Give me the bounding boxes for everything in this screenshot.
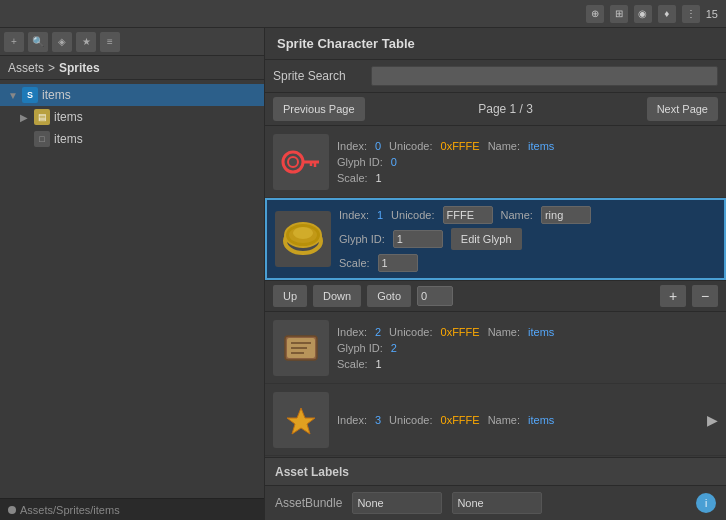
sprite-info-1: Index: 1 Unicode: Name: Glyph ID: Edit G…: [339, 206, 716, 272]
unicode-input-1[interactable]: [443, 206, 493, 224]
asset-bundle-label: AssetBundle: [275, 496, 342, 510]
sprite-info-row-scale-2: Scale: 1: [337, 358, 718, 370]
ring-icon: [279, 215, 327, 263]
expand-arrow: ▼: [8, 90, 18, 101]
pagination-row: Previous Page Page 1 / 3 Next Page: [265, 93, 726, 126]
folder-icon: ▤: [34, 109, 50, 125]
asset-labels-row: AssetBundle None None i: [265, 486, 726, 520]
svg-point-8: [293, 227, 313, 239]
asset-bundle-dropdown[interactable]: None: [352, 492, 442, 514]
sprite-info-2: Index: 2 Unicode: 0xFFFE Name: items Gly…: [337, 326, 718, 370]
file-icon: □: [34, 131, 50, 147]
tree-item-items-folder[interactable]: ▶ ▤ items: [0, 106, 264, 128]
sprite-thumb-2: [273, 320, 329, 376]
add-sprite-button[interactable]: +: [660, 285, 686, 307]
goto-input[interactable]: [417, 286, 453, 306]
panel-title: Sprite Character Table: [265, 28, 726, 60]
bottom-path: Assets/Sprites/items: [20, 504, 120, 516]
breadcrumb: Assets > Sprites: [0, 56, 264, 80]
svg-point-1: [288, 157, 298, 167]
toolbar-icon-4[interactable]: ♦: [658, 5, 676, 23]
search-input[interactable]: [371, 66, 718, 86]
sprite-info-row-scale-1: Scale:: [339, 254, 716, 272]
sprite-info-0: Index: 0 Unicode: 0xFFFE Name: items Gly…: [337, 140, 718, 184]
main-layout: + 🔍 ◈ ★ ≡ Assets > Sprites ▼ S items ▶ ▤…: [0, 28, 726, 520]
asset-labels-title: Asset Labels: [265, 458, 726, 486]
layer-icon[interactable]: ≡: [100, 32, 120, 52]
sprite-list: Index: 0 Unicode: 0xFFFE Name: items Gly…: [265, 126, 726, 457]
expand-arrow-3: [20, 134, 30, 145]
remove-sprite-button[interactable]: −: [692, 285, 718, 307]
tree-item-label: items: [42, 88, 71, 102]
asset-bundle-dropdown-2[interactable]: None: [452, 492, 542, 514]
svg-marker-14: [287, 408, 315, 434]
tag-icon[interactable]: ◈: [52, 32, 72, 52]
add-icon[interactable]: +: [4, 32, 24, 52]
unknown-icon: [285, 404, 317, 436]
sprite-info-row-glyph-2: Glyph ID: 2: [337, 342, 718, 354]
tree-item-items-file[interactable]: □ items: [0, 128, 264, 150]
name-input-1[interactable]: [541, 206, 591, 224]
toolbar-icon-2[interactable]: ⊞: [610, 5, 628, 23]
status-dot: [8, 506, 16, 514]
left-panel: + 🔍 ◈ ★ ≡ Assets > Sprites ▼ S items ▶ ▤…: [0, 28, 265, 520]
edit-glyph-button[interactable]: Edit Glyph: [451, 228, 522, 250]
scale-input-1[interactable]: [378, 254, 418, 272]
sprite-thumb-3: [273, 392, 329, 448]
search-label: Sprite Search: [273, 69, 363, 83]
page-info: Page 1 / 3: [371, 102, 641, 116]
scroll-right-icon[interactable]: ▶: [707, 412, 718, 428]
right-panel: Sprite Character Table Sprite Search Pre…: [265, 28, 726, 520]
search-row: Sprite Search: [265, 60, 726, 93]
expand-arrow-2: ▶: [20, 112, 30, 123]
key-icon: [279, 140, 323, 184]
asset-labels-title-text: Asset Labels: [275, 465, 349, 479]
down-button[interactable]: Down: [313, 285, 361, 307]
sprite-row-3[interactable]: Index: 3 Unicode: 0xFFFE Name: items ▶: [265, 384, 726, 456]
star-icon[interactable]: ★: [76, 32, 96, 52]
panel-title-text: Sprite Character Table: [277, 36, 415, 51]
goto-button[interactable]: Goto: [367, 285, 411, 307]
sprite-info-row-glyph-0: Glyph ID: 0: [337, 156, 718, 168]
sprite-thumb-1: [275, 211, 331, 267]
sprite-info-row-index-2: Index: 2 Unicode: 0xFFFE Name: items: [337, 326, 718, 338]
bottom-status-bar: Assets/Sprites/items: [0, 498, 264, 520]
sprite-row-2[interactable]: Index: 2 Unicode: 0xFFFE Name: items Gly…: [265, 312, 726, 384]
sprite-info-3: Index: 3 Unicode: 0xFFFE Name: items: [337, 414, 699, 426]
svg-point-0: [283, 152, 303, 172]
toolbar-icon-1[interactable]: ⊕: [586, 5, 604, 23]
sprite-info-row-index-3: Index: 3 Unicode: 0xFFFE Name: items: [337, 414, 699, 426]
prev-page-button[interactable]: Previous Page: [273, 97, 365, 121]
search-icon[interactable]: 🔍: [28, 32, 48, 52]
sprite-info-row-glyph-1: Glyph ID: Edit Glyph: [339, 228, 716, 250]
tree-item-label-3: items: [54, 132, 83, 146]
breadcrumb-sep: >: [48, 61, 55, 75]
sprite-info-row-index-0: Index: 0 Unicode: 0xFFFE Name: items: [337, 140, 718, 152]
tree-item-label-2: items: [54, 110, 83, 124]
left-toolbar: + 🔍 ◈ ★ ≡: [0, 28, 264, 56]
toolbar-icon-3[interactable]: ◉: [634, 5, 652, 23]
asset-labels-section: Asset Labels AssetBundle None None i: [265, 457, 726, 520]
info-icon[interactable]: i: [696, 493, 716, 513]
controls-row: Up Down Goto + −: [265, 280, 726, 312]
next-page-button[interactable]: Next Page: [647, 97, 718, 121]
sprite-row-1[interactable]: Index: 1 Unicode: Name: Glyph ID: Edit G…: [265, 198, 726, 280]
sprite-info-row-index-1: Index: 1 Unicode: Name:: [339, 206, 716, 224]
toolbar-badge: 15: [706, 8, 718, 20]
s-icon: S: [22, 87, 38, 103]
up-button[interactable]: Up: [273, 285, 307, 307]
top-toolbar: ⊕ ⊞ ◉ ♦ ⋮ 15: [0, 0, 726, 28]
toolbar-icon-5[interactable]: ⋮: [682, 5, 700, 23]
sprite-info-row-scale-0: Scale: 1: [337, 172, 718, 184]
file-tree: ▼ S items ▶ ▤ items □ items: [0, 80, 264, 498]
sprite-row-0[interactable]: Index: 0 Unicode: 0xFFFE Name: items Gly…: [265, 126, 726, 198]
breadcrumb-sprites: Sprites: [59, 61, 100, 75]
sprite-thumb-0: [273, 134, 329, 190]
map-icon: [279, 326, 323, 370]
tree-item-items-s[interactable]: ▼ S items: [0, 84, 264, 106]
breadcrumb-assets: Assets: [8, 61, 44, 75]
glyph-id-input-1[interactable]: [393, 230, 443, 248]
